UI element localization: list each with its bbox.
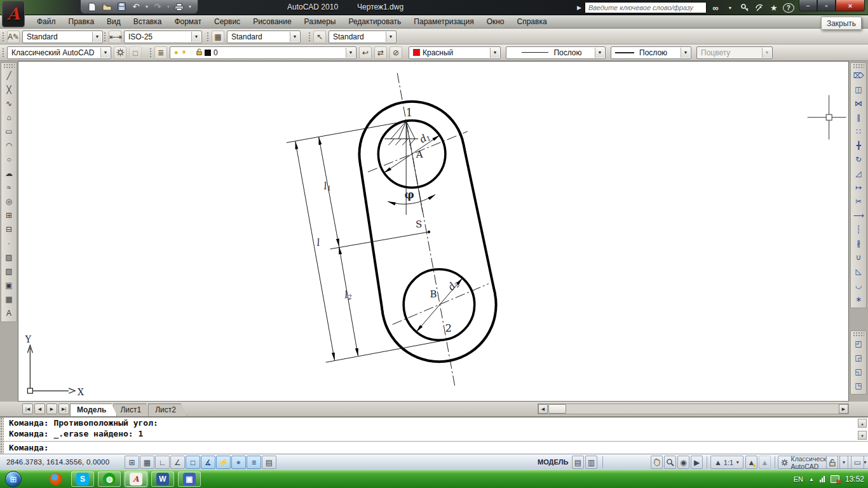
bring-to-front-icon[interactable]: ◰ xyxy=(852,337,865,350)
chevron-down-icon[interactable]: ▼ xyxy=(595,48,604,58)
osnap-toggle[interactable]: □ xyxy=(186,456,200,469)
blue-app-taskbar-button[interactable]: ▣ xyxy=(178,471,201,487)
tab-model[interactable]: Модель xyxy=(70,403,117,416)
offset-icon[interactable]: ∥ xyxy=(852,111,865,124)
open-file-button[interactable] xyxy=(100,1,113,13)
table-style-combo[interactable]: Standard ▼ xyxy=(227,30,301,43)
network-signal-icon[interactable] xyxy=(820,476,825,482)
toolbar-grip[interactable] xyxy=(103,31,106,43)
ducs-toggle[interactable]: ⚡ xyxy=(216,456,231,469)
chevron-down-icon[interactable]: ▼ xyxy=(92,32,102,42)
scale-icon[interactable]: ◿ xyxy=(852,166,865,180)
otrack-toggle[interactable]: ∡ xyxy=(201,456,215,469)
chevron-down-icon[interactable]: ▼ xyxy=(346,48,355,58)
toolbar-grip[interactable] xyxy=(853,332,864,336)
infocenter-collapse-icon[interactable]: ▶ xyxy=(577,4,581,11)
layer-previous-icon[interactable]: ⇄ xyxy=(374,46,387,59)
chevron-down-icon[interactable]: ▼ xyxy=(386,32,395,42)
color-combo[interactable]: Красный ▼ xyxy=(409,46,501,59)
annotation-visibility-icon[interactable]: ▲ xyxy=(745,456,757,469)
hatch-icon[interactable]: ▨ xyxy=(3,250,15,264)
rectangle-icon[interactable]: ▭ xyxy=(3,125,15,138)
quick-view-layouts-button[interactable]: ▥ xyxy=(585,456,597,469)
tray-expand-icon[interactable]: ▲ xyxy=(809,477,814,482)
toolbar-grip[interactable] xyxy=(1,31,4,43)
toolbar-grip[interactable] xyxy=(3,64,15,68)
pan-hand-icon[interactable] xyxy=(651,456,663,469)
undo-dropdown-icon[interactable]: ▼ xyxy=(144,4,149,9)
undo-icon[interactable]: ↶ xyxy=(130,1,142,13)
snap-toggle[interactable]: ⊞ xyxy=(125,456,139,469)
menu-format[interactable]: Формат xyxy=(168,15,208,28)
dimension-style-icon[interactable]: ⇤⇥ xyxy=(109,30,121,43)
showmotion-icon[interactable]: ▶ xyxy=(691,456,703,469)
layer-plot-icon[interactable]: ◌ xyxy=(190,49,194,56)
workspace-combo[interactable]: Классический AutoCAD ▼ xyxy=(7,46,111,59)
toolbar-lock-icon[interactable] xyxy=(826,456,838,469)
grid-toggle[interactable]: ▦ xyxy=(140,456,154,469)
workspace-lock-icon[interactable]: ◻ xyxy=(129,46,142,59)
revision-cloud-icon[interactable]: ☁ xyxy=(3,166,15,180)
help-icon[interactable]: ? xyxy=(783,3,794,13)
layer-unlock-icon[interactable] xyxy=(196,48,202,57)
restore-button[interactable]: ▫ xyxy=(817,0,836,11)
dimension-style-combo[interactable]: ISO-25 ▼ xyxy=(124,30,202,43)
annotation-scale-button[interactable]: ▲ 1:1 ▼ xyxy=(710,456,743,469)
status-bar-menu-icon[interactable]: ▼ xyxy=(839,456,848,469)
coordinates-display[interactable]: 2846.3783, 1614.3556, 0.0000 xyxy=(6,458,109,466)
tab-layout1[interactable]: Лист1 xyxy=(113,403,152,416)
stretch-icon[interactable]: ↦ xyxy=(852,180,865,194)
construction-line-icon[interactable]: ╳ xyxy=(3,83,15,96)
text-style-combo[interactable]: Standard ▼ xyxy=(22,30,103,43)
linetype-combo[interactable]: Послою ▼ xyxy=(506,46,606,59)
favorites-star-icon[interactable]: ★ xyxy=(768,2,780,13)
point-icon[interactable]: · xyxy=(3,236,15,250)
network-error-icon[interactable]: ✕ xyxy=(831,475,839,483)
trim-icon[interactable]: ✂ xyxy=(852,194,865,208)
model-tab-button[interactable]: ▤ xyxy=(572,456,584,469)
extend-icon[interactable]: ⟶ xyxy=(852,208,865,222)
drawing-canvas[interactable]: 1 2 A B S φ d1 d2 l1 l2 l xyxy=(18,61,849,402)
chevron-down-icon[interactable]: ▼ xyxy=(490,48,499,58)
qp-toggle[interactable]: ▤ xyxy=(262,456,276,469)
polar-toggle[interactable]: ∠ xyxy=(170,456,185,469)
fillet-icon[interactable]: ◡ xyxy=(852,278,865,292)
ellipse-icon[interactable]: ◎ xyxy=(3,194,15,208)
search-dropdown-icon[interactable]: ▼ xyxy=(724,2,736,13)
workspace-settings-gear-icon[interactable] xyxy=(114,46,126,59)
table-style-icon[interactable]: ▦ xyxy=(212,30,224,43)
skype-taskbar-button[interactable]: S xyxy=(71,471,94,487)
copy-icon[interactable]: ◫ xyxy=(852,83,865,96)
toolbar-grip[interactable] xyxy=(308,31,311,43)
first-tab-icon[interactable]: |◀ xyxy=(22,403,33,414)
menu-modify[interactable]: Редактировать xyxy=(342,15,407,28)
menu-view[interactable]: Вид xyxy=(100,15,127,28)
text-style-icon[interactable]: A✎ xyxy=(7,30,20,43)
break-icon[interactable]: ∦ xyxy=(852,236,865,250)
firefox-taskbar-button[interactable] xyxy=(44,471,67,487)
chevron-down-icon[interactable]: ▼ xyxy=(290,32,299,42)
move-icon[interactable]: ╋ xyxy=(852,139,865,152)
chevron-down-icon[interactable]: ▼ xyxy=(191,32,201,42)
region-icon[interactable]: ▣ xyxy=(3,278,15,292)
ortho-toggle[interactable]: ∟ xyxy=(155,456,170,469)
mirror-icon[interactable]: ⋈ xyxy=(852,97,865,110)
toolbar-grip[interactable] xyxy=(853,64,864,68)
toolbar-grip[interactable] xyxy=(1,47,4,58)
zoom-magnifier-icon[interactable] xyxy=(664,456,676,469)
toolbar-grip[interactable] xyxy=(149,47,152,58)
autocad-taskbar-button[interactable]: A xyxy=(125,471,147,487)
chevron-down-icon[interactable]: ▼ xyxy=(681,48,690,58)
command-prompt[interactable]: Команда: xyxy=(0,443,49,452)
model-space-indicator[interactable]: МОДЕЛЬ xyxy=(538,458,568,466)
scroll-right-icon[interactable]: ▶ xyxy=(839,404,848,414)
drawing-viewport[interactable]: 1 2 A B S φ d1 d2 l1 l2 l xyxy=(18,62,848,401)
send-under-objects-icon[interactable]: ◳ xyxy=(852,379,865,392)
language-indicator[interactable]: EN xyxy=(794,475,803,483)
make-block-icon[interactable]: ⊟ xyxy=(3,222,15,236)
subscription-key-icon[interactable] xyxy=(739,2,750,13)
multileader-style-combo[interactable]: Standard ▼ xyxy=(329,30,397,43)
search-input[interactable] xyxy=(585,2,707,13)
bring-above-objects-icon[interactable]: ◱ xyxy=(852,365,865,378)
search-icon[interactable]: ∞ xyxy=(710,2,721,13)
